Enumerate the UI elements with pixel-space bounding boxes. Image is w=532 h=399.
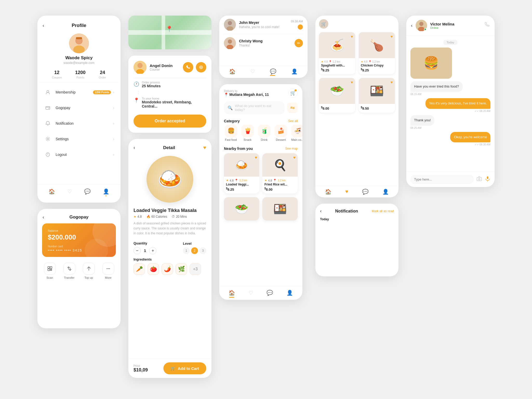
filter-button[interactable] — [287, 103, 298, 113]
food-2-image: 🍳 ♥ — [262, 153, 298, 177]
nearby-food-1[interactable]: 🍛 ♥ ★ 4.8 📍 1.2 km Loaded Veggi... $9.25 — [224, 153, 259, 194]
scan-action[interactable]: Scan — [44, 263, 56, 279]
nav-chat[interactable]: 💬 — [82, 187, 93, 197]
nav-profile[interactable]: 👤 — [100, 187, 112, 197]
more-food-2[interactable]: 🍱 — [262, 197, 298, 221]
chat-courier-button[interactable] — [196, 62, 206, 72]
profile-stats: 12 Coupon 1200 Points 24 Order — [40, 66, 118, 83]
gogopay-back-button[interactable]: ‹ — [43, 215, 44, 220]
nav-chat[interactable]: 💬 — [267, 290, 273, 298]
category-snack[interactable]: 🍟 Snack — [241, 125, 255, 141]
mark-all-read-button[interactable]: Mark all as read — [372, 209, 394, 213]
detail-title: Detail — [163, 145, 175, 150]
notification-back-button[interactable]: ‹ — [320, 208, 322, 214]
favorite-icon[interactable]: ♥ — [203, 145, 206, 151]
nearby-section-header: Nearby from you See map — [219, 144, 302, 152]
delivery-location[interactable]: 📍 Mutiara Megah Asri, 11 — [224, 92, 269, 97]
food-1-heart-icon[interactable]: ♥ — [255, 155, 257, 160]
home-header: Delivery to 📍 Mutiara Megah Asri, 11 🛒 — [219, 84, 302, 99]
add-to-cart-button[interactable]: 🛒 Add to Cart — [163, 362, 206, 374]
quantity-increase-button[interactable]: + — [149, 247, 156, 254]
call-courier-button[interactable] — [183, 62, 193, 72]
transfer-action[interactable]: Transfer — [63, 263, 75, 279]
spaghetti-heart-icon[interactable]: ♥ — [351, 34, 353, 39]
price-value: $10,09 — [134, 367, 148, 373]
chicken-heart-icon[interactable]: ♥ — [390, 34, 393, 39]
nearby-see-map[interactable]: See map — [285, 147, 298, 150]
nav-favorites[interactable]: ♥ — [345, 189, 348, 195]
chicken-info: ★ 4.8 📍 1.2 km Chicken Crispy $9.25 — [359, 58, 395, 74]
clock-icon: ⏱ — [172, 215, 175, 218]
level-3-button[interactable]: 3 — [200, 247, 206, 254]
chat-username: Victor Melina — [430, 22, 481, 26]
detail-back-button[interactable]: ‹ — [134, 145, 135, 150]
courier-name: Angel Donin — [150, 63, 180, 68]
nav-home[interactable]: 🏠 — [46, 187, 58, 197]
fire-icon: 🔥 — [147, 215, 150, 218]
online-status-indicator — [424, 28, 427, 31]
nav-profile[interactable]: 👤 — [287, 290, 293, 298]
message-row-john[interactable]: John Meyer Hahaha, you're so cool mate! … — [219, 16, 308, 34]
food-4-heart-icon[interactable]: ♥ — [390, 80, 393, 84]
food-list-nav: 🏠 ♥ 💬 👤 — [315, 186, 398, 197]
topup-action[interactable]: Top up — [83, 263, 95, 279]
category-fastfood[interactable]: 🍔 Fast food — [224, 125, 238, 141]
food-image-message: 🍔 — [410, 48, 452, 79]
nav-profile[interactable]: 👤 — [291, 68, 298, 76]
nav-profile[interactable]: 👤 — [382, 189, 389, 195]
nav-home[interactable]: 🏠 — [229, 68, 236, 76]
order-accepted-button[interactable]: Order accepted — [134, 115, 206, 128]
menu-settings[interactable]: Settings › — [37, 131, 121, 147]
food-item-spaghetti[interactable]: 🍝 ♥ ★ 4.8 📍 1.2 km Spaghetti with... $9.… — [319, 32, 355, 74]
ingredient-more[interactable]: +3 — [190, 263, 201, 275]
food-item-3[interactable]: 🥗 ♥ $9.00 — [319, 78, 355, 112]
john-text: Hahaha, you're so cool mate! — [239, 25, 286, 29]
level-1-button[interactable]: 1 — [183, 247, 190, 254]
menu-gogopay[interactable]: Gogopay › — [37, 100, 121, 116]
nav-favorites[interactable]: ♡ — [250, 68, 255, 76]
menu-notification[interactable]: Notification › — [37, 116, 121, 131]
menu-logout[interactable]: Logout › — [37, 147, 121, 162]
detail-screen: ‹ Detail ♥ 🍛 Loaded Veggie Tikka Masala … — [128, 139, 211, 378]
microphone-button[interactable] — [485, 176, 490, 183]
camera-icon[interactable] — [476, 176, 482, 183]
snack-label: Snack — [244, 138, 252, 141]
nav-favorites[interactable]: ♡ — [249, 290, 253, 298]
nav-favorites[interactable]: ♡ — [65, 187, 75, 197]
map-road-vertical — [162, 16, 165, 49]
svg-point-42 — [478, 178, 480, 180]
svg-point-39 — [419, 22, 423, 26]
search-bar[interactable]: 🔍 What do you want to eat today? — [224, 101, 285, 114]
message-row-christy[interactable]: Christy Wong Thanks! ✏ — [219, 34, 308, 52]
more-action[interactable]: More — [102, 263, 114, 279]
nav-home[interactable]: 🏠 — [325, 189, 331, 195]
level-2-button[interactable]: 2 — [191, 247, 198, 254]
food-1-rating-value: 4.8 — [230, 179, 234, 182]
nav-home[interactable]: 🏠 — [229, 290, 235, 298]
nav-chat[interactable]: 💬 — [362, 189, 369, 195]
nav-active-bar — [229, 297, 234, 298]
cart-button[interactable]: 🛒 — [288, 88, 298, 98]
svg-rect-16 — [51, 270, 52, 271]
food-item-4[interactable]: 🍱 ♥ $9.50 — [359, 78, 395, 112]
more-food-1[interactable]: 🥗 — [224, 197, 259, 221]
chat-input-field[interactable] — [410, 175, 474, 184]
food-list-header: 🛒 — [315, 16, 398, 30]
chat-back-button[interactable]: ‹ — [411, 23, 413, 28]
edit-message-button[interactable]: ✏ — [295, 39, 303, 47]
profile-back-button[interactable]: ‹ — [43, 23, 44, 28]
nearby-food-2[interactable]: 🍳 ♥ ★ 4.8 📍 1.2 km Fried Rice wit... $8.… — [262, 153, 298, 194]
food-list-grid: 🍝 ♥ ★ 4.8 📍 1.2 km Spaghetti with... $9.… — [315, 30, 398, 115]
nav-chat[interactable]: 💬 — [270, 68, 276, 76]
category-see-all[interactable]: See all — [288, 119, 298, 123]
category-maincourse[interactable]: 🍜 Main co... — [290, 125, 302, 141]
category-drink[interactable]: 🧃 Drink — [257, 125, 271, 141]
call-button[interactable] — [484, 22, 490, 29]
food-3-heart-icon[interactable]: ♥ — [351, 80, 353, 84]
menu-membership[interactable]: Membership 1200 Points › — [37, 84, 121, 100]
category-dessert[interactable]: 🍰 Dessert — [274, 125, 288, 141]
food-2-heart-icon[interactable]: ♥ — [293, 155, 296, 160]
quantity-decrease-button[interactable]: − — [134, 247, 141, 254]
food-item-chicken[interactable]: 🍗 ♥ ★ 4.8 📍 1.2 km Chicken Crispy $9.25 — [359, 32, 395, 74]
logout-icon — [44, 150, 52, 159]
